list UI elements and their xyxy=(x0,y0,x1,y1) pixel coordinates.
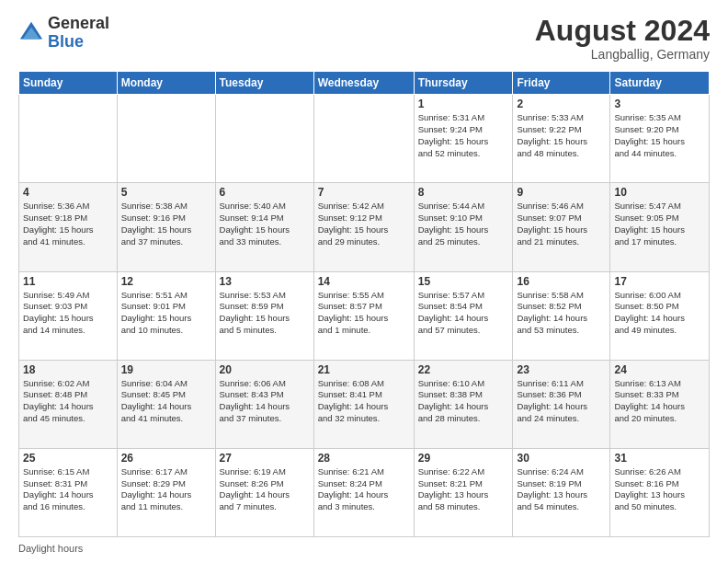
day-number: 19 xyxy=(121,363,211,376)
calendar-cell: 23Sunrise: 6:11 AM Sunset: 8:36 PM Dayli… xyxy=(513,360,610,448)
calendar-cell: 13Sunrise: 5:53 AM Sunset: 8:59 PM Dayli… xyxy=(215,271,313,360)
day-info: Sunrise: 6:06 AM Sunset: 8:43 PM Dayligh… xyxy=(220,378,310,425)
day-number: 28 xyxy=(318,452,410,465)
calendar-cell: 3Sunrise: 5:35 AM Sunset: 9:20 PM Daylig… xyxy=(610,95,710,183)
week-row: 25Sunrise: 6:15 AM Sunset: 8:31 PM Dayli… xyxy=(19,448,710,536)
calendar-cell: 1Sunrise: 5:31 AM Sunset: 9:24 PM Daylig… xyxy=(414,95,513,183)
day-number: 7 xyxy=(318,186,410,199)
day-info: Sunrise: 5:35 AM Sunset: 9:20 PM Dayligh… xyxy=(614,112,705,159)
calendar-cell xyxy=(19,95,118,183)
header: General Blue August 2024 Langballig, Ger… xyxy=(18,15,710,62)
logo: General Blue xyxy=(18,15,109,52)
col-header-thursday: Thursday xyxy=(414,72,513,95)
day-info: Sunrise: 6:17 AM Sunset: 8:29 PM Dayligh… xyxy=(121,466,211,513)
day-info: Sunrise: 6:08 AM Sunset: 8:41 PM Dayligh… xyxy=(318,378,410,425)
day-number: 22 xyxy=(418,363,509,376)
col-header-wednesday: Wednesday xyxy=(313,72,414,95)
day-info: Sunrise: 5:58 AM Sunset: 8:52 PM Dayligh… xyxy=(517,290,606,337)
day-number: 5 xyxy=(121,186,211,199)
calendar-cell: 9Sunrise: 5:46 AM Sunset: 9:07 PM Daylig… xyxy=(513,183,610,271)
calendar-cell: 15Sunrise: 5:57 AM Sunset: 8:54 PM Dayli… xyxy=(414,271,513,360)
calendar-cell: 19Sunrise: 6:04 AM Sunset: 8:45 PM Dayli… xyxy=(117,360,215,448)
calendar-cell: 4Sunrise: 5:36 AM Sunset: 9:18 PM Daylig… xyxy=(19,183,118,271)
day-number: 8 xyxy=(418,186,509,199)
day-info: Sunrise: 5:47 AM Sunset: 9:05 PM Dayligh… xyxy=(614,201,705,247)
day-info: Sunrise: 5:31 AM Sunset: 9:24 PM Dayligh… xyxy=(418,112,509,159)
calendar-cell: 17Sunrise: 6:00 AM Sunset: 8:50 PM Dayli… xyxy=(610,271,710,360)
calendar-cell xyxy=(313,95,414,183)
day-number: 12 xyxy=(121,275,211,288)
day-info: Sunrise: 5:36 AM Sunset: 9:18 PM Dayligh… xyxy=(23,201,113,247)
day-info: Sunrise: 5:57 AM Sunset: 8:54 PM Dayligh… xyxy=(418,290,509,337)
day-number: 3 xyxy=(614,98,705,110)
calendar-cell: 20Sunrise: 6:06 AM Sunset: 8:43 PM Dayli… xyxy=(215,360,313,448)
calendar-table: SundayMondayTuesdayWednesdayThursdayFrid… xyxy=(18,71,710,537)
day-number: 21 xyxy=(318,363,410,376)
day-number: 4 xyxy=(23,186,113,199)
location: Langballig, Germany xyxy=(535,47,710,62)
day-number: 27 xyxy=(220,452,310,465)
calendar-cell: 25Sunrise: 6:15 AM Sunset: 8:31 PM Dayli… xyxy=(19,448,118,536)
day-number: 15 xyxy=(418,275,509,288)
calendar-cell xyxy=(215,95,313,183)
col-header-monday: Monday xyxy=(117,72,215,95)
calendar-cell: 5Sunrise: 5:38 AM Sunset: 9:16 PM Daylig… xyxy=(117,183,215,271)
calendar-cell: 27Sunrise: 6:19 AM Sunset: 8:26 PM Dayli… xyxy=(215,448,313,536)
day-info: Sunrise: 5:38 AM Sunset: 9:16 PM Dayligh… xyxy=(121,201,211,247)
day-number: 2 xyxy=(517,98,606,110)
week-row: 4Sunrise: 5:36 AM Sunset: 9:18 PM Daylig… xyxy=(19,183,710,271)
calendar-cell: 2Sunrise: 5:33 AM Sunset: 9:22 PM Daylig… xyxy=(513,95,610,183)
day-number: 24 xyxy=(614,363,705,376)
day-info: Sunrise: 6:26 AM Sunset: 8:16 PM Dayligh… xyxy=(614,466,705,513)
day-info: Sunrise: 5:40 AM Sunset: 9:14 PM Dayligh… xyxy=(220,201,310,247)
month-year: August 2024 xyxy=(535,15,710,47)
day-info: Sunrise: 5:33 AM Sunset: 9:22 PM Dayligh… xyxy=(517,112,606,159)
day-info: Sunrise: 6:13 AM Sunset: 8:33 PM Dayligh… xyxy=(614,378,705,425)
day-number: 23 xyxy=(517,363,606,376)
calendar-cell: 14Sunrise: 5:55 AM Sunset: 8:57 PM Dayli… xyxy=(313,271,414,360)
logo-general: General xyxy=(48,15,109,33)
day-number: 13 xyxy=(220,275,310,288)
calendar-cell: 31Sunrise: 6:26 AM Sunset: 8:16 PM Dayli… xyxy=(610,448,710,536)
col-header-tuesday: Tuesday xyxy=(215,72,313,95)
page: General Blue August 2024 Langballig, Ger… xyxy=(0,0,728,563)
footer: Daylight hours xyxy=(18,543,710,554)
day-info: Sunrise: 6:19 AM Sunset: 8:26 PM Dayligh… xyxy=(220,466,310,513)
day-info: Sunrise: 6:04 AM Sunset: 8:45 PM Dayligh… xyxy=(121,378,211,425)
day-info: Sunrise: 5:46 AM Sunset: 9:07 PM Dayligh… xyxy=(517,201,606,247)
week-row: 11Sunrise: 5:49 AM Sunset: 9:03 PM Dayli… xyxy=(19,271,710,360)
day-number: 9 xyxy=(517,186,606,199)
day-number: 16 xyxy=(517,275,606,288)
day-info: Sunrise: 6:24 AM Sunset: 8:19 PM Dayligh… xyxy=(517,466,606,513)
day-info: Sunrise: 6:10 AM Sunset: 8:38 PM Dayligh… xyxy=(418,378,509,425)
calendar-header-row: SundayMondayTuesdayWednesdayThursdayFrid… xyxy=(19,72,710,95)
day-number: 25 xyxy=(23,452,113,465)
calendar-cell: 29Sunrise: 6:22 AM Sunset: 8:21 PM Dayli… xyxy=(414,448,513,536)
day-info: Sunrise: 5:55 AM Sunset: 8:57 PM Dayligh… xyxy=(318,290,410,337)
day-number: 17 xyxy=(614,275,705,288)
day-info: Sunrise: 6:11 AM Sunset: 8:36 PM Dayligh… xyxy=(517,378,606,425)
calendar-cell: 30Sunrise: 6:24 AM Sunset: 8:19 PM Dayli… xyxy=(513,448,610,536)
calendar-cell: 24Sunrise: 6:13 AM Sunset: 8:33 PM Dayli… xyxy=(610,360,710,448)
day-info: Sunrise: 6:22 AM Sunset: 8:21 PM Dayligh… xyxy=(418,466,509,513)
week-row: 18Sunrise: 6:02 AM Sunset: 8:48 PM Dayli… xyxy=(19,360,710,448)
day-number: 1 xyxy=(418,98,509,110)
day-number: 30 xyxy=(517,452,606,465)
calendar-cell: 7Sunrise: 5:42 AM Sunset: 9:12 PM Daylig… xyxy=(313,183,414,271)
calendar-cell: 26Sunrise: 6:17 AM Sunset: 8:29 PM Dayli… xyxy=(117,448,215,536)
day-number: 6 xyxy=(220,186,310,199)
week-row: 1Sunrise: 5:31 AM Sunset: 9:24 PM Daylig… xyxy=(19,95,710,183)
day-number: 14 xyxy=(318,275,410,288)
calendar-cell: 16Sunrise: 5:58 AM Sunset: 8:52 PM Dayli… xyxy=(513,271,610,360)
day-info: Sunrise: 5:42 AM Sunset: 9:12 PM Dayligh… xyxy=(318,201,410,247)
calendar-cell: 12Sunrise: 5:51 AM Sunset: 9:01 PM Dayli… xyxy=(117,271,215,360)
calendar-cell: 18Sunrise: 6:02 AM Sunset: 8:48 PM Dayli… xyxy=(19,360,118,448)
calendar-cell: 8Sunrise: 5:44 AM Sunset: 9:10 PM Daylig… xyxy=(414,183,513,271)
day-number: 18 xyxy=(23,363,113,376)
calendar-cell xyxy=(117,95,215,183)
col-header-sunday: Sunday xyxy=(19,72,118,95)
calendar-cell: 21Sunrise: 6:08 AM Sunset: 8:41 PM Dayli… xyxy=(313,360,414,448)
day-info: Sunrise: 6:02 AM Sunset: 8:48 PM Dayligh… xyxy=(23,378,113,425)
calendar-cell: 22Sunrise: 6:10 AM Sunset: 8:38 PM Dayli… xyxy=(414,360,513,448)
day-number: 31 xyxy=(614,452,705,465)
